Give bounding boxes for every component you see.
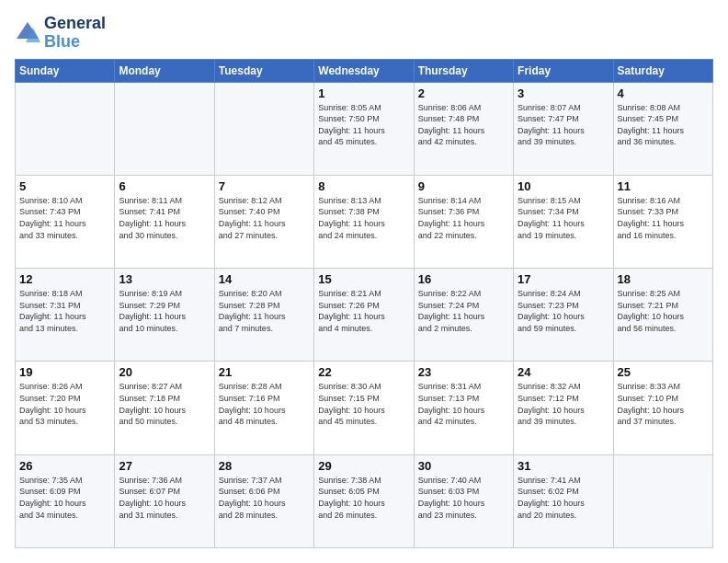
calendar-cell: 15Sunrise: 8:21 AM Sunset: 7:26 PM Dayli…: [314, 269, 414, 362]
calendar-cell: 4Sunrise: 8:08 AM Sunset: 7:45 PM Daylig…: [613, 82, 712, 175]
day-info: Sunrise: 8:14 AM Sunset: 7:36 PM Dayligh…: [418, 195, 509, 241]
page: General Blue SundayMondayTuesdayWednesda…: [0, 0, 728, 563]
day-number: 1: [318, 86, 409, 100]
day-info: Sunrise: 8:07 AM Sunset: 7:47 PM Dayligh…: [518, 102, 609, 148]
day-info: Sunrise: 8:08 AM Sunset: 7:45 PM Dayligh…: [618, 102, 709, 148]
day-number: 12: [19, 272, 110, 286]
day-number: 26: [19, 459, 110, 473]
calendar-cell: 9Sunrise: 8:14 AM Sunset: 7:36 PM Daylig…: [414, 175, 513, 268]
day-number: 4: [618, 86, 709, 100]
weekday-header-friday: Friday: [514, 59, 613, 82]
calendar-week-3: 19Sunrise: 8:26 AM Sunset: 7:20 PM Dayli…: [16, 362, 713, 454]
calendar-cell: 16Sunrise: 8:22 AM Sunset: 7:24 PM Dayli…: [414, 269, 513, 362]
day-number: 22: [318, 365, 409, 379]
day-info: Sunrise: 8:31 AM Sunset: 7:13 PM Dayligh…: [418, 381, 509, 427]
day-info: Sunrise: 8:27 AM Sunset: 7:18 PM Dayligh…: [119, 381, 210, 427]
calendar-cell: [214, 82, 313, 175]
calendar-cell: 28Sunrise: 7:37 AM Sunset: 6:06 PM Dayli…: [214, 454, 313, 547]
day-info: Sunrise: 8:24 AM Sunset: 7:23 PM Dayligh…: [518, 288, 609, 334]
day-info: Sunrise: 7:35 AM Sunset: 6:09 PM Dayligh…: [19, 475, 110, 521]
calendar-cell: 2Sunrise: 8:06 AM Sunset: 7:48 PM Daylig…: [414, 82, 513, 175]
day-info: Sunrise: 8:19 AM Sunset: 7:29 PM Dayligh…: [119, 288, 210, 334]
calendar-week-1: 5Sunrise: 8:10 AM Sunset: 7:43 PM Daylig…: [16, 175, 713, 268]
calendar-cell: 21Sunrise: 8:28 AM Sunset: 7:16 PM Dayli…: [214, 362, 313, 454]
day-number: 8: [318, 179, 409, 193]
day-number: 20: [119, 365, 210, 379]
calendar-header-row: SundayMondayTuesdayWednesdayThursdayFrid…: [16, 59, 713, 82]
calendar-cell: 1Sunrise: 8:05 AM Sunset: 7:50 PM Daylig…: [314, 82, 414, 175]
day-info: Sunrise: 8:12 AM Sunset: 7:40 PM Dayligh…: [219, 195, 310, 241]
day-info: Sunrise: 7:40 AM Sunset: 6:03 PM Dayligh…: [418, 475, 509, 521]
calendar-cell: 19Sunrise: 8:26 AM Sunset: 7:20 PM Dayli…: [16, 362, 115, 454]
day-info: Sunrise: 7:41 AM Sunset: 6:02 PM Dayligh…: [518, 475, 609, 521]
day-number: 27: [119, 459, 210, 473]
calendar-week-0: 1Sunrise: 8:05 AM Sunset: 7:50 PM Daylig…: [16, 82, 713, 175]
weekday-header-saturday: Saturday: [613, 59, 712, 82]
calendar-cell: 25Sunrise: 8:33 AM Sunset: 7:10 PM Dayli…: [613, 362, 712, 454]
day-info: Sunrise: 8:28 AM Sunset: 7:16 PM Dayligh…: [219, 381, 310, 427]
day-number: 7: [219, 179, 310, 193]
day-number: 15: [318, 272, 409, 286]
day-number: 29: [318, 459, 409, 473]
day-number: 30: [418, 459, 509, 473]
header: General Blue: [15, 15, 713, 52]
day-number: 3: [518, 86, 609, 100]
day-info: Sunrise: 8:18 AM Sunset: 7:31 PM Dayligh…: [19, 288, 110, 334]
day-info: Sunrise: 8:13 AM Sunset: 7:38 PM Dayligh…: [318, 195, 409, 241]
calendar-cell: 22Sunrise: 8:30 AM Sunset: 7:15 PM Dayli…: [314, 362, 414, 454]
day-info: Sunrise: 8:20 AM Sunset: 7:28 PM Dayligh…: [219, 288, 310, 334]
calendar-cell: 31Sunrise: 7:41 AM Sunset: 6:02 PM Dayli…: [514, 454, 613, 547]
day-info: Sunrise: 8:30 AM Sunset: 7:15 PM Dayligh…: [318, 381, 409, 427]
day-info: Sunrise: 8:25 AM Sunset: 7:21 PM Dayligh…: [618, 288, 709, 334]
weekday-header-thursday: Thursday: [414, 59, 513, 82]
day-info: Sunrise: 8:22 AM Sunset: 7:24 PM Dayligh…: [418, 288, 509, 334]
day-number: 6: [119, 179, 210, 193]
calendar-table: SundayMondayTuesdayWednesdayThursdayFrid…: [15, 59, 713, 548]
day-number: 10: [518, 179, 609, 193]
day-number: 2: [418, 86, 509, 100]
day-number: 13: [119, 272, 210, 286]
calendar-cell: 10Sunrise: 8:15 AM Sunset: 7:34 PM Dayli…: [514, 175, 613, 268]
day-number: 18: [618, 272, 709, 286]
calendar-cell: 3Sunrise: 8:07 AM Sunset: 7:47 PM Daylig…: [514, 82, 613, 175]
calendar-cell: 11Sunrise: 8:16 AM Sunset: 7:33 PM Dayli…: [613, 175, 712, 268]
calendar-cell: 12Sunrise: 8:18 AM Sunset: 7:31 PM Dayli…: [16, 269, 115, 362]
calendar-cell: 23Sunrise: 8:31 AM Sunset: 7:13 PM Dayli…: [414, 362, 513, 454]
day-number: 5: [19, 179, 110, 193]
calendar-cell: 13Sunrise: 8:19 AM Sunset: 7:29 PM Dayli…: [115, 269, 214, 362]
weekday-header-tuesday: Tuesday: [214, 59, 313, 82]
day-number: 21: [219, 365, 310, 379]
day-info: Sunrise: 7:38 AM Sunset: 6:05 PM Dayligh…: [318, 475, 409, 521]
logo-icon: [15, 20, 40, 46]
calendar-cell: 26Sunrise: 7:35 AM Sunset: 6:09 PM Dayli…: [16, 454, 115, 547]
day-number: 24: [518, 365, 609, 379]
day-info: Sunrise: 8:32 AM Sunset: 7:12 PM Dayligh…: [518, 381, 609, 427]
calendar-cell: 24Sunrise: 8:32 AM Sunset: 7:12 PM Dayli…: [514, 362, 613, 454]
day-info: Sunrise: 8:16 AM Sunset: 7:33 PM Dayligh…: [618, 195, 709, 241]
weekday-header-sunday: Sunday: [16, 59, 115, 82]
logo: General Blue: [15, 15, 106, 52]
weekday-header-wednesday: Wednesday: [314, 59, 414, 82]
calendar-cell: [613, 454, 712, 547]
day-info: Sunrise: 8:06 AM Sunset: 7:48 PM Dayligh…: [418, 102, 509, 148]
day-info: Sunrise: 7:36 AM Sunset: 6:07 PM Dayligh…: [119, 475, 210, 521]
calendar-cell: [16, 82, 115, 175]
calendar-week-4: 26Sunrise: 7:35 AM Sunset: 6:09 PM Dayli…: [16, 454, 713, 547]
day-number: 16: [418, 272, 509, 286]
day-info: Sunrise: 8:21 AM Sunset: 7:26 PM Dayligh…: [318, 288, 409, 334]
weekday-header-monday: Monday: [115, 59, 214, 82]
day-info: Sunrise: 8:05 AM Sunset: 7:50 PM Dayligh…: [318, 102, 409, 148]
day-info: Sunrise: 8:10 AM Sunset: 7:43 PM Dayligh…: [19, 195, 110, 241]
calendar-cell: 8Sunrise: 8:13 AM Sunset: 7:38 PM Daylig…: [314, 175, 414, 268]
day-number: 14: [219, 272, 310, 286]
day-info: Sunrise: 8:26 AM Sunset: 7:20 PM Dayligh…: [19, 381, 110, 427]
logo-text: General Blue: [44, 15, 106, 52]
day-number: 17: [518, 272, 609, 286]
day-number: 23: [418, 365, 509, 379]
calendar-cell: 14Sunrise: 8:20 AM Sunset: 7:28 PM Dayli…: [214, 269, 313, 362]
calendar-cell: 18Sunrise: 8:25 AM Sunset: 7:21 PM Dayli…: [613, 269, 712, 362]
day-number: 11: [618, 179, 709, 193]
calendar-cell: 20Sunrise: 8:27 AM Sunset: 7:18 PM Dayli…: [115, 362, 214, 454]
calendar-cell: 17Sunrise: 8:24 AM Sunset: 7:23 PM Dayli…: [514, 269, 613, 362]
day-number: 31: [518, 459, 609, 473]
